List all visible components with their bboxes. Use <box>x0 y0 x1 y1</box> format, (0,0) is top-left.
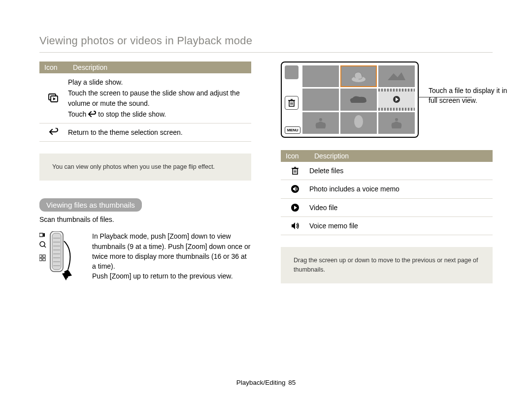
table-row: Play a slide show. Touch the screen to p… <box>39 73 251 123</box>
menu-button: MENU <box>285 126 300 134</box>
footer-page-number: 85 <box>288 379 296 386</box>
zoom-wheel-illustration <box>39 231 81 285</box>
svg-point-33 <box>354 115 363 128</box>
footer-section: Playback/Editing <box>236 379 286 386</box>
back-icon <box>88 111 96 118</box>
note-right: Drag the screen up or down to move to th… <box>281 247 493 283</box>
callout-text: Touch a ﬁle to display it in full screen… <box>429 62 507 105</box>
table-header-left: Icon Description <box>39 62 251 73</box>
svg-rect-12 <box>52 233 61 270</box>
svg-rect-4 <box>43 233 45 237</box>
slideshow-icon <box>48 93 59 103</box>
svg-rect-7 <box>39 255 42 257</box>
svg-line-6 <box>44 246 46 247</box>
touch-suffix: to stop the slide show. <box>98 109 166 119</box>
svg-rect-9 <box>39 258 42 261</box>
thumbnail-display-illustration: MENU <box>281 62 419 138</box>
row-text: Play a slide show. <box>68 77 246 87</box>
row-text: Touch to stop the slide show. <box>68 109 246 119</box>
voice-photo-icon <box>291 185 299 193</box>
table-header-right: Icon Description <box>281 150 493 162</box>
svg-point-34 <box>395 118 398 121</box>
page-footer: Playback/Editing 85 <box>0 379 532 386</box>
trash-icon <box>285 96 299 110</box>
row-text: Touch the screen to pause the slide show… <box>68 88 246 108</box>
table-row: Voice memo ﬁle <box>281 217 493 235</box>
header-icon-label: Icon <box>39 62 68 73</box>
svg-rect-8 <box>43 255 45 257</box>
voice-memo-icon <box>291 222 299 230</box>
header-desc-label: Description <box>309 150 493 162</box>
row-text: Photo includes a voice memo <box>309 180 493 198</box>
row-text: Delete ﬁles <box>309 162 493 180</box>
back-icon <box>49 128 59 137</box>
zoom-instruction-2: Push [Zoom] up to return to the previous… <box>92 271 251 281</box>
touch-prefix: Touch <box>68 109 86 119</box>
zoom-instruction: In Playback mode, push [Zoom] down to vi… <box>92 231 251 271</box>
svg-rect-3 <box>39 233 43 237</box>
page-title: Viewing photos or videos in Playback mod… <box>39 34 493 53</box>
row-text: Voice memo ﬁle <box>309 217 493 235</box>
row-text: Return to the theme selection screen. <box>68 127 246 137</box>
table-row: Delete ﬁles <box>281 162 493 180</box>
section-lozenge: Viewing ﬁles as thumbnails <box>39 198 142 212</box>
row-text: Video ﬁle <box>309 199 493 216</box>
header-desc-label: Description <box>68 62 251 73</box>
svg-point-32 <box>319 118 322 121</box>
selected-thumbnail <box>340 65 377 87</box>
table-row: Video ﬁle <box>281 199 493 217</box>
video-file-icon <box>291 203 299 212</box>
note-left: You can view only photos when you use th… <box>39 154 251 181</box>
header-icon-label: Icon <box>281 150 309 162</box>
svg-rect-10 <box>43 258 45 261</box>
trash-icon <box>291 166 299 175</box>
section-subtext: Scan thumbnails of ﬁles. <box>39 216 251 223</box>
table-row: Photo includes a voice memo <box>281 180 493 198</box>
table-row: Return to the theme selection screen. <box>39 123 251 142</box>
side-button-blank <box>285 65 299 79</box>
